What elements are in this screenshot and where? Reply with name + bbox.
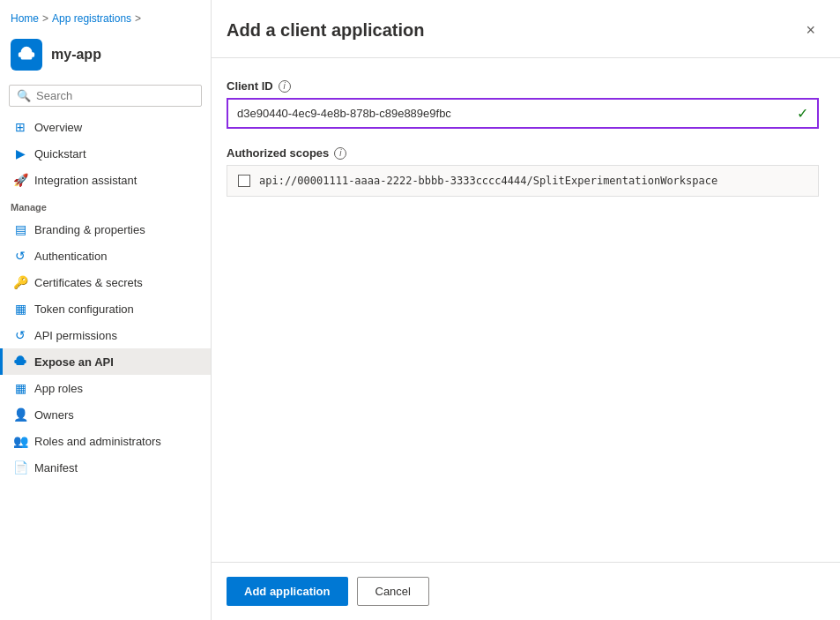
sidebar-item-manifest-label: Manifest [34, 461, 78, 474]
app-header: my-app [0, 32, 211, 81]
app-name: my-app [51, 47, 101, 63]
panel-header: Add a client application × [212, 0, 840, 58]
sidebar-item-overview-label: Overview [34, 121, 82, 134]
breadcrumb-sep1: > [42, 12, 48, 25]
app-icon [11, 39, 42, 71]
client-id-info-icon[interactable]: i [279, 80, 291, 93]
manifest-icon: 📄 [13, 460, 27, 474]
sidebar-item-branding[interactable]: ▤ Branding & properties [0, 216, 211, 243]
sidebar-item-token-config[interactable]: ▦ Token configuration [0, 295, 211, 322]
search-input[interactable] [36, 89, 194, 102]
breadcrumb: Home > App registrations > [0, 0, 211, 32]
expose-api-icon [13, 355, 27, 369]
close-button[interactable]: × [802, 18, 819, 43]
validation-check-icon: ✓ [797, 105, 808, 122]
main-area: Add a client application × Client ID i ✓… [212, 0, 840, 620]
search-box[interactable]: 🔍 [9, 85, 202, 107]
sidebar-item-certificates[interactable]: 🔑 Certificates & secrets [0, 269, 211, 295]
branding-icon: ▤ [13, 222, 27, 236]
sidebar-item-owners-label: Owners [34, 408, 74, 422]
authentication-icon: ↺ [13, 249, 27, 263]
overview-icon: ⊞ [13, 120, 27, 134]
client-id-input-wrapper: ✓ [227, 98, 819, 129]
client-id-input[interactable] [237, 107, 797, 120]
certificates-icon: 🔑 [13, 275, 27, 289]
token-config-icon: ▦ [13, 302, 27, 316]
breadcrumb-sep2: > [135, 12, 141, 25]
sidebar-item-authentication[interactable]: ↺ Authentication [0, 243, 211, 269]
sidebar-item-integration-assistant[interactable]: 🚀 Integration assistant [0, 167, 211, 193]
sidebar-item-token-label: Token configuration [34, 303, 134, 316]
sidebar-item-roles-admins[interactable]: 👥 Roles and administrators [0, 428, 211, 454]
app-roles-icon: ▦ [13, 381, 27, 395]
roles-admins-icon: 👥 [13, 434, 27, 448]
sidebar: Home > App registrations > my-app 🔍 ⊞ Ov… [0, 0, 212, 620]
sidebar-item-api-permissions-label: API permissions [34, 329, 117, 342]
search-icon: 🔍 [17, 89, 31, 102]
sidebar-item-owners[interactable]: 👤 Owners [0, 401, 211, 428]
authorized-scopes-info-icon[interactable]: i [334, 147, 346, 160]
sidebar-item-authentication-label: Authentication [34, 250, 107, 263]
manage-section-label: Manage [0, 193, 211, 216]
add-application-button[interactable]: Add application [227, 577, 348, 606]
sidebar-item-certificates-label: Certificates & secrets [34, 276, 143, 289]
breadcrumb-app-registrations[interactable]: App registrations [52, 12, 131, 25]
sidebar-item-quickstart-label: Quickstart [34, 147, 86, 161]
sidebar-item-roles-admins-label: Roles and administrators [34, 435, 161, 448]
api-permissions-icon: ↺ [13, 328, 27, 342]
panel-footer: Add application Cancel [212, 562, 840, 620]
owners-icon: 👤 [13, 407, 27, 422]
sidebar-item-api-permissions[interactable]: ↺ API permissions [0, 322, 211, 348]
scope-item: api://00001111-aaaa-2222-bbbb-3333cccc44… [227, 165, 819, 197]
cancel-button[interactable]: Cancel [357, 577, 429, 606]
integration-assistant-icon: 🚀 [13, 173, 27, 187]
sidebar-item-quickstart[interactable]: ▶ Quickstart [0, 140, 211, 167]
breadcrumb-home[interactable]: Home [11, 12, 39, 25]
scope-text: api://00001111-aaaa-2222-bbbb-3333cccc44… [259, 175, 717, 187]
sidebar-item-app-roles[interactable]: ▦ App roles [0, 375, 211, 401]
add-client-panel: Add a client application × Client ID i ✓… [212, 0, 840, 620]
sidebar-item-branding-label: Branding & properties [34, 223, 145, 236]
sidebar-item-manifest[interactable]: 📄 Manifest [0, 454, 211, 481]
app-title-group: my-app [51, 47, 101, 63]
sidebar-item-integration-label: Integration assistant [34, 174, 137, 187]
sidebar-item-app-roles-label: App roles [34, 382, 83, 395]
sidebar-item-expose-api[interactable]: Expose an API [0, 348, 211, 375]
panel-body: Client ID i ✓ Authorized scopes i api://… [212, 58, 840, 562]
quickstart-icon: ▶ [13, 146, 27, 161]
sidebar-item-expose-api-label: Expose an API [34, 355, 114, 369]
panel-title: Add a client application [227, 20, 424, 41]
sidebar-item-overview[interactable]: ⊞ Overview [0, 114, 211, 140]
authorized-scopes-label: Authorized scopes i [227, 146, 819, 160]
client-id-label: Client ID i [227, 79, 819, 93]
scope-checkbox[interactable] [238, 175, 250, 187]
